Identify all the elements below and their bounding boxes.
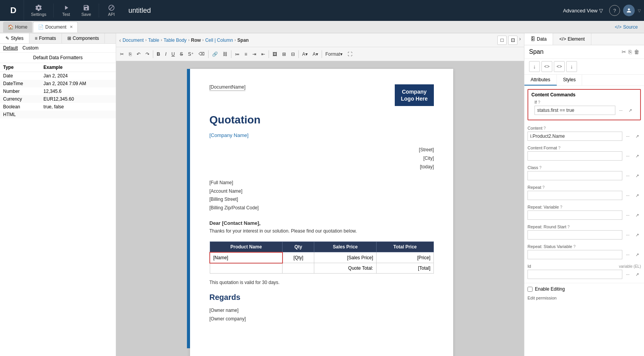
id-input[interactable] (528, 270, 622, 279)
link-btn[interactable]: 🔗 (210, 50, 220, 58)
left-tab-formats[interactable]: ≡ Formats (29, 33, 62, 43)
left-tab-styles[interactable]: ✎ Styles (0, 33, 29, 43)
nav-down2-btn[interactable]: ↓ (566, 61, 577, 72)
repeat-more-btn[interactable]: ··· (624, 192, 632, 199)
bc-span[interactable]: Span (237, 38, 248, 43)
tab-close-icon[interactable]: ✕ (70, 25, 73, 29)
content-more-btn[interactable]: ··· (624, 132, 632, 140)
repeat-variable-help-icon[interactable]: ? (560, 205, 562, 209)
repeat-input[interactable] (528, 191, 622, 200)
content-external-btn[interactable]: ↗ (633, 132, 641, 140)
settings-button[interactable]: Settings (27, 3, 50, 18)
repeat-variable-more-btn[interactable]: ··· (624, 211, 632, 219)
attributes-tab[interactable]: Attributes (524, 75, 557, 86)
advanced-view-button[interactable]: Advanced View ▽ (560, 6, 606, 15)
table-btn[interactable]: ⊞ (280, 50, 288, 58)
left-tab-components[interactable]: ⊞ Components (62, 33, 105, 43)
redo-btn[interactable]: ↷ (143, 50, 152, 58)
indent-btn[interactable]: ⇥ (250, 50, 259, 58)
enable-editing-checkbox[interactable] (528, 287, 533, 292)
content-format-input[interactable] (528, 151, 622, 161)
nav-left-right2-btn[interactable]: <> (554, 61, 565, 72)
tab-home[interactable]: 🏠 Home (3, 22, 32, 33)
class-input[interactable] (528, 171, 622, 180)
superscript-btn[interactable]: S⁺ (186, 50, 196, 58)
id-more-btn[interactable]: ··· (624, 270, 632, 278)
content-help-icon[interactable]: ? (544, 126, 546, 130)
class-external-btn[interactable]: ↗ (633, 172, 641, 180)
underline-btn[interactable]: U (169, 50, 177, 58)
help-button[interactable]: ? (609, 5, 620, 16)
divider1 (524, 283, 644, 283)
fullscreen-btn[interactable]: ⛶ (345, 50, 355, 58)
api-button[interactable]: API (102, 3, 121, 18)
right-top-tabs: 🗄 Data </> Element (524, 33, 644, 45)
right-tab-element[interactable]: </> Element (553, 33, 591, 45)
if-more-btn[interactable]: ··· (617, 106, 625, 114)
id-external-btn[interactable]: ↗ (633, 270, 641, 278)
delete-icon[interactable]: 🗑 (634, 49, 639, 55)
repeat-status-more-btn[interactable]: ··· (624, 251, 632, 258)
content-format-more-btn[interactable]: ··· (624, 152, 632, 160)
repeat-round-input[interactable] (528, 230, 622, 240)
test-button[interactable]: Test (57, 3, 75, 18)
image-btn[interactable]: 🖼 (270, 50, 279, 58)
bc-nav-right[interactable]: › (519, 36, 521, 45)
format-dropdown-btn[interactable]: Format ▾ (323, 50, 345, 58)
source-button[interactable]: </> Source (612, 24, 641, 31)
repeat-external-btn[interactable]: ↗ (633, 192, 641, 199)
unlink-btn[interactable]: ⛓ (221, 50, 230, 58)
bc-document[interactable]: Document (123, 38, 144, 43)
document-area[interactable]: [DocumentName] Company Logo Here Quotati… (116, 61, 524, 356)
copy-btn[interactable]: ⎘ (127, 50, 134, 58)
nav-down1-btn[interactable]: ↓ (529, 61, 540, 72)
list-ordered-btn[interactable]: ≔ (233, 50, 242, 58)
repeat-variable-input[interactable] (528, 211, 622, 220)
if-input[interactable]: status.first == true (534, 106, 615, 115)
content-input[interactable]: i.Product2.Name (528, 132, 622, 141)
scissors-icon[interactable]: ✂ (622, 49, 626, 55)
if-external-btn[interactable]: ↗ (626, 106, 634, 114)
repeat-help-icon[interactable]: ? (542, 185, 545, 190)
right-tab-data[interactable]: 🗄 Data (524, 33, 553, 45)
bc-cell-column[interactable]: Cell | Column (205, 38, 233, 43)
copy-icon[interactable]: ⎘ (629, 49, 632, 55)
cut-btn[interactable]: ✂ (118, 50, 126, 58)
table-row-btn[interactable]: ⊟ (289, 50, 297, 58)
repeat-round-help-icon[interactable]: ? (567, 225, 570, 229)
class-more-btn[interactable]: ··· (624, 172, 632, 180)
bc-expand2-btn[interactable]: ⊡ (508, 36, 517, 45)
if-help-icon[interactable]: ? (538, 100, 540, 104)
breadcrumb-nav-left[interactable]: ‹ (119, 37, 121, 43)
styles-tab[interactable]: Styles (557, 75, 582, 86)
tab-document[interactable]: 📄 Document ✕ (33, 22, 78, 33)
list-unordered-btn[interactable]: ≡ (242, 50, 250, 58)
default-link[interactable]: Default (3, 45, 18, 51)
strikethrough-btn[interactable]: S (178, 50, 185, 58)
bc-table-body[interactable]: Table Body (164, 38, 187, 43)
repeat-variable-external-btn[interactable]: ↗ (633, 211, 641, 219)
class-help-icon[interactable]: ? (540, 166, 542, 170)
undo-btn[interactable]: ↶ (134, 50, 143, 58)
content-format-help-icon[interactable]: ? (558, 146, 560, 150)
highlight-btn[interactable]: A▾ (310, 50, 320, 58)
user-button[interactable] (623, 5, 635, 16)
repeat-status-external-btn[interactable]: ↗ (633, 251, 641, 258)
repeat-round-external-btn[interactable]: ↗ (633, 231, 641, 239)
bc-expand-btn[interactable]: □ (497, 36, 507, 45)
blue-indicator[interactable] (187, 69, 190, 348)
eraser-btn[interactable]: ⌫ (196, 50, 207, 58)
bold-btn[interactable]: B (154, 50, 163, 58)
save-button[interactable]: Save (77, 3, 96, 18)
bc-row[interactable]: Row (191, 38, 200, 43)
outdent-btn[interactable]: ⇤ (259, 50, 267, 58)
bc-table[interactable]: Table (148, 38, 159, 43)
custom-link[interactable]: Custom (22, 45, 38, 51)
font-color-btn[interactable]: A▾ (300, 50, 310, 58)
content-format-external-btn[interactable]: ↗ (633, 152, 641, 160)
repeat-status-input[interactable] (528, 250, 622, 259)
repeat-round-more-btn[interactable]: ··· (624, 231, 632, 239)
italic-btn[interactable]: I (163, 50, 169, 58)
repeat-status-help-icon[interactable]: ? (573, 245, 575, 249)
nav-left-right1-btn[interactable]: <> (541, 61, 552, 72)
